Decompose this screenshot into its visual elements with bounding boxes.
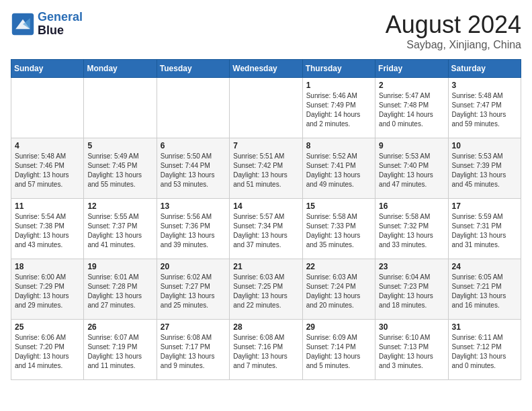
weekday-header-cell: Thursday	[302, 60, 375, 78]
calendar-day-cell: 2Sunrise: 5:47 AM Sunset: 7:48 PM Daylig…	[375, 78, 448, 138]
day-number: 5	[87, 141, 152, 150]
day-number: 18	[15, 262, 80, 271]
calendar-day-cell: 17Sunrise: 5:59 AM Sunset: 7:31 PM Dayli…	[448, 199, 521, 259]
title-block: August 2024 Saybag, Xinjiang, China	[386, 11, 521, 51]
day-number: 7	[233, 141, 298, 150]
weekday-header-cell: Tuesday	[157, 60, 229, 78]
calendar-day-cell: 13Sunrise: 5:56 AM Sunset: 7:36 PM Dayli…	[157, 199, 229, 259]
day-info: Sunrise: 6:02 AM Sunset: 7:27 PM Dayligh…	[161, 273, 226, 310]
calendar-day-cell: 27Sunrise: 6:08 AM Sunset: 7:17 PM Dayli…	[157, 320, 229, 380]
day-info: Sunrise: 6:08 AM Sunset: 7:17 PM Dayligh…	[161, 333, 226, 371]
calendar-day-cell: 8Sunrise: 5:52 AM Sunset: 7:41 PM Daylig…	[302, 138, 375, 199]
calendar-day-cell: 11Sunrise: 5:54 AM Sunset: 7:38 PM Dayli…	[11, 199, 84, 259]
logo-line2: Blue	[38, 24, 83, 38]
day-info: Sunrise: 6:03 AM Sunset: 7:24 PM Dayligh…	[306, 273, 371, 310]
day-info: Sunrise: 5:55 AM Sunset: 7:37 PM Dayligh…	[87, 212, 152, 250]
day-info: Sunrise: 6:00 AM Sunset: 7:29 PM Dayligh…	[15, 273, 80, 310]
day-info: Sunrise: 6:01 AM Sunset: 7:28 PM Dayligh…	[87, 273, 152, 310]
calendar-day-cell	[84, 78, 157, 138]
calendar-day-cell: 21Sunrise: 6:03 AM Sunset: 7:25 PM Dayli…	[230, 259, 302, 320]
calendar-day-cell	[157, 78, 229, 138]
logo: General Blue	[11, 11, 83, 38]
calendar-day-cell	[230, 78, 302, 138]
logo-text: General Blue	[38, 11, 83, 38]
calendar-day-cell: 24Sunrise: 6:05 AM Sunset: 7:21 PM Dayli…	[448, 259, 521, 320]
day-info: Sunrise: 6:03 AM Sunset: 7:25 PM Dayligh…	[233, 273, 298, 310]
day-info: Sunrise: 6:10 AM Sunset: 7:13 PM Dayligh…	[379, 333, 444, 371]
weekday-header-row: SundayMondayTuesdayWednesdayThursdayFrid…	[11, 60, 521, 78]
day-number: 23	[379, 262, 444, 271]
calendar-week-row: 1Sunrise: 5:46 AM Sunset: 7:49 PM Daylig…	[11, 78, 521, 138]
day-number: 14	[233, 201, 298, 211]
day-number: 1	[306, 81, 371, 90]
calendar-day-cell: 10Sunrise: 5:53 AM Sunset: 7:39 PM Dayli…	[448, 138, 521, 199]
calendar-day-cell: 6Sunrise: 5:50 AM Sunset: 7:44 PM Daylig…	[157, 138, 229, 199]
month-title: August 2024	[386, 11, 521, 39]
day-info: Sunrise: 5:59 AM Sunset: 7:31 PM Dayligh…	[452, 212, 517, 250]
day-number: 4	[15, 141, 80, 150]
day-number: 3	[452, 81, 517, 90]
day-number: 13	[161, 201, 226, 211]
day-number: 24	[452, 262, 517, 271]
day-info: Sunrise: 5:58 AM Sunset: 7:33 PM Dayligh…	[306, 212, 371, 250]
day-info: Sunrise: 5:51 AM Sunset: 7:42 PM Dayligh…	[233, 152, 298, 189]
day-info: Sunrise: 5:50 AM Sunset: 7:44 PM Dayligh…	[161, 152, 226, 189]
calendar-day-cell: 18Sunrise: 6:00 AM Sunset: 7:29 PM Dayli…	[11, 259, 84, 320]
logo-line1: General	[38, 10, 83, 24]
day-number: 10	[452, 141, 517, 150]
day-info: Sunrise: 5:53 AM Sunset: 7:40 PM Dayligh…	[379, 152, 444, 189]
logo-icon	[11, 12, 35, 36]
calendar-day-cell: 3Sunrise: 5:48 AM Sunset: 7:47 PM Daylig…	[448, 78, 521, 138]
day-number: 22	[306, 262, 371, 271]
day-info: Sunrise: 6:06 AM Sunset: 7:20 PM Dayligh…	[15, 333, 80, 371]
day-number: 15	[306, 201, 371, 211]
day-info: Sunrise: 5:56 AM Sunset: 7:36 PM Dayligh…	[161, 212, 226, 250]
calendar-day-cell: 15Sunrise: 5:58 AM Sunset: 7:33 PM Dayli…	[302, 199, 375, 259]
calendar-day-cell: 14Sunrise: 5:57 AM Sunset: 7:34 PM Dayli…	[230, 199, 302, 259]
day-info: Sunrise: 5:57 AM Sunset: 7:34 PM Dayligh…	[233, 212, 298, 250]
day-info: Sunrise: 5:52 AM Sunset: 7:41 PM Dayligh…	[306, 152, 371, 189]
day-number: 19	[87, 262, 152, 271]
calendar-day-cell: 29Sunrise: 6:09 AM Sunset: 7:14 PM Dayli…	[302, 320, 375, 380]
day-number: 17	[452, 201, 517, 211]
calendar-week-row: 25Sunrise: 6:06 AM Sunset: 7:20 PM Dayli…	[11, 320, 521, 380]
day-number: 12	[87, 201, 152, 211]
day-info: Sunrise: 5:49 AM Sunset: 7:45 PM Dayligh…	[87, 152, 152, 189]
calendar-week-row: 11Sunrise: 5:54 AM Sunset: 7:38 PM Dayli…	[11, 199, 521, 259]
day-number: 6	[161, 141, 226, 150]
day-number: 30	[379, 322, 444, 332]
calendar-day-cell: 1Sunrise: 5:46 AM Sunset: 7:49 PM Daylig…	[302, 78, 375, 138]
day-info: Sunrise: 6:09 AM Sunset: 7:14 PM Dayligh…	[306, 333, 371, 371]
day-number: 2	[379, 81, 444, 90]
calendar-day-cell: 31Sunrise: 6:11 AM Sunset: 7:12 PM Dayli…	[448, 320, 521, 380]
weekday-header-cell: Sunday	[11, 60, 84, 78]
calendar-week-row: 4Sunrise: 5:48 AM Sunset: 7:46 PM Daylig…	[11, 138, 521, 199]
calendar-week-row: 18Sunrise: 6:00 AM Sunset: 7:29 PM Dayli…	[11, 259, 521, 320]
day-number: 26	[87, 322, 152, 332]
day-number: 29	[306, 322, 371, 332]
day-info: Sunrise: 5:58 AM Sunset: 7:32 PM Dayligh…	[379, 212, 444, 250]
calendar-day-cell: 28Sunrise: 6:08 AM Sunset: 7:16 PM Dayli…	[230, 320, 302, 380]
day-info: Sunrise: 5:53 AM Sunset: 7:39 PM Dayligh…	[452, 152, 517, 189]
calendar-day-cell: 5Sunrise: 5:49 AM Sunset: 7:45 PM Daylig…	[84, 138, 157, 199]
day-number: 16	[379, 201, 444, 211]
calendar-day-cell: 4Sunrise: 5:48 AM Sunset: 7:46 PM Daylig…	[11, 138, 84, 199]
day-number: 21	[233, 262, 298, 271]
calendar-day-cell: 25Sunrise: 6:06 AM Sunset: 7:20 PM Dayli…	[11, 320, 84, 380]
day-info: Sunrise: 6:05 AM Sunset: 7:21 PM Dayligh…	[452, 273, 517, 310]
day-number: 20	[161, 262, 226, 271]
day-number: 27	[161, 322, 226, 332]
day-info: Sunrise: 5:54 AM Sunset: 7:38 PM Dayligh…	[15, 212, 80, 250]
day-info: Sunrise: 6:11 AM Sunset: 7:12 PM Dayligh…	[452, 333, 517, 371]
location-subtitle: Saybag, Xinjiang, China	[386, 39, 521, 51]
weekday-header-cell: Friday	[375, 60, 448, 78]
calendar-day-cell: 19Sunrise: 6:01 AM Sunset: 7:28 PM Dayli…	[84, 259, 157, 320]
calendar-day-cell: 30Sunrise: 6:10 AM Sunset: 7:13 PM Dayli…	[375, 320, 448, 380]
calendar-day-cell: 26Sunrise: 6:07 AM Sunset: 7:19 PM Dayli…	[84, 320, 157, 380]
calendar-day-cell: 22Sunrise: 6:03 AM Sunset: 7:24 PM Dayli…	[302, 259, 375, 320]
calendar-day-cell: 9Sunrise: 5:53 AM Sunset: 7:40 PM Daylig…	[375, 138, 448, 199]
calendar-day-cell: 16Sunrise: 5:58 AM Sunset: 7:32 PM Dayli…	[375, 199, 448, 259]
calendar-day-cell	[11, 78, 84, 138]
calendar-day-cell: 7Sunrise: 5:51 AM Sunset: 7:42 PM Daylig…	[230, 138, 302, 199]
day-info: Sunrise: 5:48 AM Sunset: 7:46 PM Dayligh…	[15, 152, 80, 189]
